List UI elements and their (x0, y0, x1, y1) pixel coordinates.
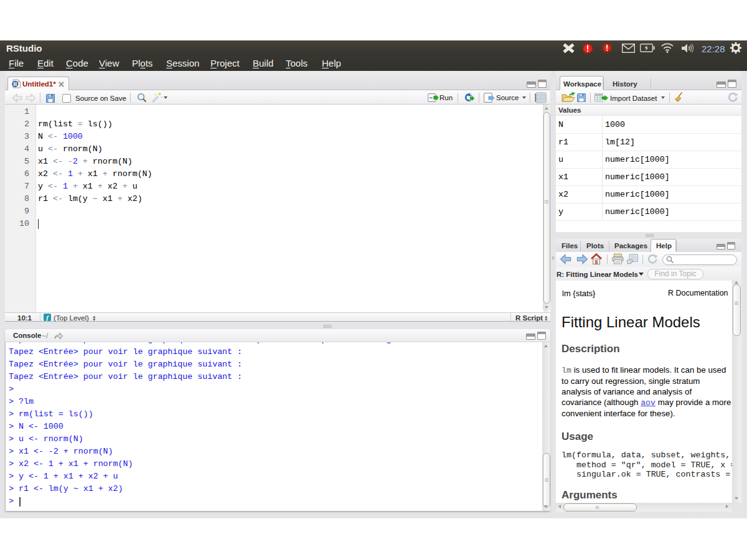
svg-text:R: R (13, 81, 17, 87)
